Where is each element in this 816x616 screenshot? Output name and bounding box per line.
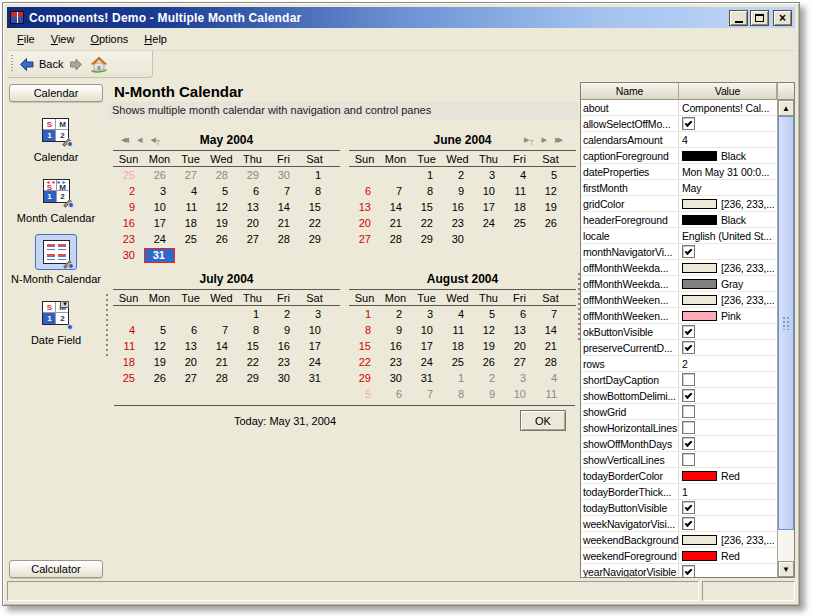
property-value[interactable]: Components! Cal... <box>679 102 777 114</box>
day-cell[interactable]: 5 <box>349 387 380 402</box>
sidebar-group-calculator[interactable]: Calculator <box>9 560 103 578</box>
day-cell[interactable]: 27 <box>175 168 206 183</box>
property-value[interactable] <box>679 565 777 577</box>
day-cell[interactable]: 27 <box>237 232 268 247</box>
day-cell[interactable]: 13 <box>237 200 268 215</box>
property-name[interactable]: offMonthWeeken... <box>581 308 679 323</box>
property-name[interactable]: showOffMonthDays <box>581 436 679 451</box>
day-cell[interactable]: 18 <box>175 216 206 231</box>
day-cell[interactable]: 5 <box>473 307 504 322</box>
sidebar-item-calendar[interactable]: SM12Calendar <box>34 112 79 173</box>
day-cell[interactable]: 27 <box>175 371 206 386</box>
day-cell[interactable]: 15 <box>299 200 330 215</box>
day-cell[interactable]: 17 <box>144 216 175 231</box>
property-value[interactable]: Black <box>679 214 777 226</box>
day-cell[interactable]: 28 <box>206 168 237 183</box>
day-cell[interactable]: 29 <box>237 168 268 183</box>
day-cell[interactable]: 21 <box>268 216 299 231</box>
property-name[interactable]: gridColor <box>581 196 679 211</box>
day-cell[interactable]: 12 <box>206 200 237 215</box>
menu-file[interactable]: File <box>9 30 43 48</box>
day-cell[interactable]: 23 <box>380 355 411 370</box>
day-cell[interactable]: 15 <box>411 200 442 215</box>
property-value[interactable]: 2 <box>679 358 777 370</box>
day-cell[interactable]: 10 <box>504 387 535 402</box>
scrollbar-track[interactable] <box>778 116 794 561</box>
day-cell[interactable]: 20 <box>237 216 268 231</box>
property-name[interactable]: todayButtonVisible <box>581 500 679 515</box>
scroll-down-icon[interactable]: ▼ <box>778 561 794 577</box>
day-cell[interactable]: 8 <box>299 184 330 199</box>
day-cell[interactable]: 1 <box>442 371 473 386</box>
day-cell[interactable]: 9 <box>268 323 299 338</box>
day-cell[interactable]: 7 <box>268 184 299 199</box>
property-value[interactable]: Gray <box>679 278 777 290</box>
checkbox-checked[interactable] <box>682 245 695 258</box>
checkbox-checked[interactable] <box>682 517 695 530</box>
today-label[interactable]: Today: May 31, 2004 <box>108 415 520 427</box>
day-cell[interactable]: 11 <box>535 387 566 402</box>
day-cell[interactable]: 31 <box>299 371 330 386</box>
day-cell[interactable]: 16 <box>442 200 473 215</box>
day-cell[interactable]: 25 <box>175 232 206 247</box>
day-cell[interactable]: 4 <box>175 184 206 199</box>
property-name[interactable]: todayBorderColor <box>581 468 679 483</box>
sidebar-item-n-month-calendar[interactable]: N-Month Calendar <box>11 234 101 295</box>
day-cell[interactable]: 7 <box>380 184 411 199</box>
day-cell[interactable]: 7 <box>206 323 237 338</box>
property-value[interactable]: Red <box>679 470 777 482</box>
back-button[interactable]: Back <box>39 58 63 70</box>
day-cell[interactable]: 18 <box>113 355 144 370</box>
day-cell[interactable]: 6 <box>349 184 380 199</box>
day-cell[interactable]: 11 <box>175 200 206 215</box>
checkbox-unchecked[interactable] <box>682 373 695 386</box>
day-cell[interactable]: 30 <box>268 371 299 386</box>
nav-next-month-icon[interactable]: ▸ <box>541 133 547 146</box>
checkbox-checked[interactable] <box>682 437 695 450</box>
sidebar-splitter[interactable] <box>106 82 108 579</box>
checkbox-checked[interactable] <box>682 117 695 130</box>
day-cell[interactable]: 5 <box>144 323 175 338</box>
day-cell[interactable]: 27 <box>349 232 380 247</box>
day-cell[interactable]: 8 <box>349 323 380 338</box>
day-cell[interactable]: 11 <box>113 339 144 354</box>
day-cell[interactable]: 17 <box>299 339 330 354</box>
day-cell[interactable]: 9 <box>473 387 504 402</box>
day-cell[interactable]: 31 <box>411 371 442 386</box>
day-cell[interactable]: 22 <box>411 216 442 231</box>
property-value[interactable] <box>679 437 777 450</box>
day-cell[interactable]: 5 <box>206 184 237 199</box>
day-cell[interactable]: 14 <box>268 200 299 215</box>
property-name[interactable]: weekendForeground <box>581 548 679 563</box>
day-cell[interactable]: 1 <box>237 307 268 322</box>
day-cell[interactable]: 4 <box>113 323 144 338</box>
nav-prev-week-icon[interactable]: ◂7 <box>151 133 160 146</box>
day-cell[interactable]: 20 <box>504 339 535 354</box>
property-name[interactable]: showGrid <box>581 404 679 419</box>
nav-next-year-icon[interactable]: ▸▸ <box>555 133 560 146</box>
day-cell[interactable]: 2 <box>268 307 299 322</box>
day-cell[interactable]: 28 <box>268 232 299 247</box>
day-cell[interactable]: 22 <box>237 355 268 370</box>
property-name[interactable]: locale <box>581 228 679 243</box>
property-name[interactable]: offMonthWeeken... <box>581 292 679 307</box>
property-name[interactable]: rows <box>581 356 679 371</box>
property-value[interactable]: [236, 233,... <box>679 198 777 210</box>
day-cell[interactable]: 30 <box>442 232 473 247</box>
sidebar-group-calendar[interactable]: Calendar <box>9 84 103 102</box>
day-cell[interactable]: 10 <box>144 200 175 215</box>
property-name[interactable]: okButtonVisible <box>581 324 679 339</box>
nav-prev-year-icon[interactable]: ◂◂ <box>121 133 126 146</box>
sidebar-item-date-field[interactable]: ▼SM12Date Field <box>31 295 81 356</box>
back-icon[interactable] <box>19 57 35 72</box>
day-cell[interactable]: 4 <box>504 168 535 183</box>
day-cell[interactable]: 19 <box>144 355 175 370</box>
day-cell[interactable]: 19 <box>535 200 566 215</box>
day-cell[interactable]: 24 <box>473 216 504 231</box>
checkbox-checked[interactable] <box>682 325 695 338</box>
day-cell[interactable]: 14 <box>206 339 237 354</box>
maximize-button[interactable] <box>750 10 769 26</box>
day-cell[interactable]: 6 <box>175 323 206 338</box>
day-cell[interactable]: 25 <box>504 216 535 231</box>
property-name[interactable]: preserveCurrentD... <box>581 340 679 355</box>
